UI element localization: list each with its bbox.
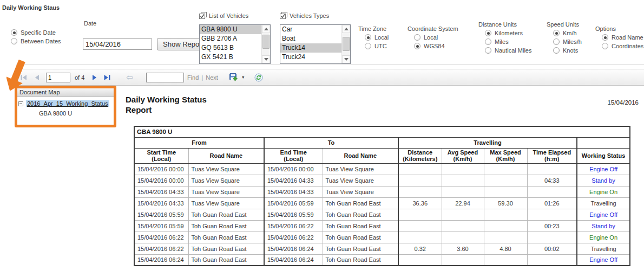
cell: 15/04/2016 05:59: [264, 209, 323, 220]
vehicle-list-header: List of Vehicles: [199, 12, 248, 20]
parent-report-button[interactable]: ⇦: [126, 73, 133, 81]
cell: [442, 232, 484, 243]
cell: Toh Guan Road East: [323, 209, 398, 220]
radio-option-label: Local: [424, 34, 438, 41]
refresh-icon: [254, 73, 263, 82]
radio-icon[interactable]: [11, 38, 17, 44]
radio-icon[interactable]: [414, 34, 420, 41]
scroll-up-button[interactable]: [262, 25, 270, 33]
refresh-button[interactable]: [254, 73, 264, 82]
cell: Toh Guan Road East: [323, 232, 398, 243]
speed-units-radiogroup: Speed UnitsKm/hMiles/hKnots: [547, 21, 582, 55]
scrollbar-thumb[interactable]: [262, 35, 270, 49]
radio-icon[interactable]: [485, 47, 491, 54]
time-zone-option-utc[interactable]: UTC: [365, 42, 389, 50]
radio-option-label: Coordinates: [612, 43, 643, 49]
first-page-button[interactable]: [19, 73, 29, 82]
export-dropdown-caret[interactable]: ▼: [241, 75, 245, 79]
listbox-item-gq-5613-b[interactable]: GQ 5613 B: [200, 43, 261, 53]
vehicle-listbox-scrollbar[interactable]: [261, 25, 270, 63]
speed-units-option-miles-h[interactable]: Miles/h: [553, 38, 582, 46]
next-result-button[interactable]: Next: [206, 74, 218, 81]
previous-page-button[interactable]: [32, 73, 42, 82]
listbox-item-truck24[interactable]: Truck24: [280, 53, 341, 62]
cell: 15/04/2016 05:59: [264, 197, 323, 209]
date-mode-option-specific-date[interactable]: Specific Date: [11, 29, 61, 36]
column-header-road-name: Road Name: [323, 148, 398, 163]
radio-option-label: Km/h: [563, 30, 577, 36]
next-page-button[interactable]: [90, 73, 100, 82]
cell: 01:26: [527, 197, 577, 209]
document-map-root-node[interactable]: 2016_Apr_15_Working_Status: [26, 100, 109, 107]
column-header-line2: (Local): [135, 156, 188, 162]
find-button[interactable]: Find: [187, 74, 199, 81]
vehicle-types-listbox-scrollbar[interactable]: [341, 25, 350, 63]
distance-units-option-miles[interactable]: Miles: [485, 38, 531, 46]
radio-icon[interactable]: [365, 43, 371, 49]
scrollbar-thumb[interactable]: [343, 37, 350, 51]
cell: 15/04/2016 06:22: [264, 232, 323, 243]
group-header-working-status: [577, 137, 630, 148]
export-button[interactable]: [229, 73, 240, 82]
cell: Toh Guan Road East: [188, 209, 264, 220]
radio-icon[interactable]: [553, 47, 560, 54]
speed-units-option-knots[interactable]: Knots: [553, 47, 582, 54]
column-header-line2: (Kilometers): [399, 156, 442, 162]
collapse-node-icon[interactable]: [18, 101, 23, 106]
cell: [484, 232, 527, 243]
date-input[interactable]: [83, 38, 152, 50]
radio-icon[interactable]: [414, 43, 420, 49]
cell: 15/04/2016 06:24: [264, 254, 323, 266]
cell: Tuas View Square: [188, 186, 264, 197]
group-header-travelling: Travelling: [398, 137, 577, 148]
listbox-item-truck14[interactable]: Truck14: [280, 43, 341, 53]
listbox-item-gbb-2706-a[interactable]: GBB 2706 A: [200, 34, 261, 43]
radio-option-label: Specific Date: [21, 29, 56, 36]
scroll-up-button[interactable]: [342, 25, 350, 33]
coordinate-system-label: Coordinate System: [408, 25, 458, 32]
time-zone-option-local[interactable]: Local: [365, 34, 389, 41]
document-map-child-node[interactable]: GBA 9800 U: [39, 110, 72, 117]
radio-icon[interactable]: [365, 34, 371, 41]
radio-icon[interactable]: [553, 30, 560, 36]
radio-icon[interactable]: [602, 34, 608, 41]
date-mode-option-between-dates[interactable]: Between Dates: [11, 37, 61, 45]
listbox-item-car[interactable]: Car: [280, 25, 341, 34]
page-number-input[interactable]: [46, 73, 70, 82]
radio-option-label: WGS84: [424, 43, 445, 49]
options-option-coordinates[interactable]: Coordinates: [602, 42, 643, 50]
radio-icon[interactable]: [485, 38, 491, 45]
speed-units-option-km-h[interactable]: Km/h: [553, 29, 582, 37]
radio-icon[interactable]: [485, 30, 491, 36]
last-page-button[interactable]: [102, 73, 112, 82]
column-header-road-name: Road Name: [188, 148, 264, 163]
column-header-line2: (Local): [265, 156, 323, 162]
group-header-row: FromToTravelling: [134, 137, 630, 148]
listbox-item-gba-9800-u[interactable]: GBA 9800 U: [200, 25, 261, 34]
listbox-item-gx-5421-b[interactable]: GX 5421 B: [200, 53, 261, 62]
radio-option-label: Local: [374, 34, 389, 41]
listbox-item-boat[interactable]: Boat: [280, 34, 341, 43]
options-option-road-name[interactable]: Road Name: [602, 34, 643, 41]
date-mode-radiogroup: Specific DateBetween Dates: [4, 28, 61, 46]
radio-icon[interactable]: [602, 43, 608, 49]
table-row: 15/04/2016 04:33Tuas View Square15/04/20…: [134, 197, 630, 209]
cell: 15/04/2016 06:24: [134, 254, 188, 266]
coordinate-system-option-wgs84[interactable]: WGS84: [414, 42, 458, 50]
column-header-line2: (Km/h): [442, 156, 484, 162]
coordinate-system-option-local[interactable]: Local: [414, 34, 458, 41]
find-text-input[interactable]: [146, 73, 184, 82]
distance-units-option-nautical-miles[interactable]: Nautical Miles: [485, 47, 531, 54]
scroll-down-button[interactable]: [262, 55, 270, 63]
working-status-cell: Engine Off: [577, 254, 630, 266]
radio-icon[interactable]: [11, 29, 17, 36]
report-title-line2: Report: [126, 105, 239, 115]
cell: [398, 209, 442, 220]
distance-units-option-kilometers[interactable]: Kilometers: [485, 29, 531, 37]
scroll-down-button[interactable]: [342, 55, 350, 63]
cell: 0.32: [398, 243, 442, 254]
vehicle-types-listbox: CarBoatTruck14Truck24: [280, 24, 351, 64]
cell: 04:33: [527, 175, 577, 186]
table-row: 15/04/2016 04:33Tuas View Square15/04/20…: [134, 186, 630, 197]
radio-icon[interactable]: [553, 38, 560, 45]
